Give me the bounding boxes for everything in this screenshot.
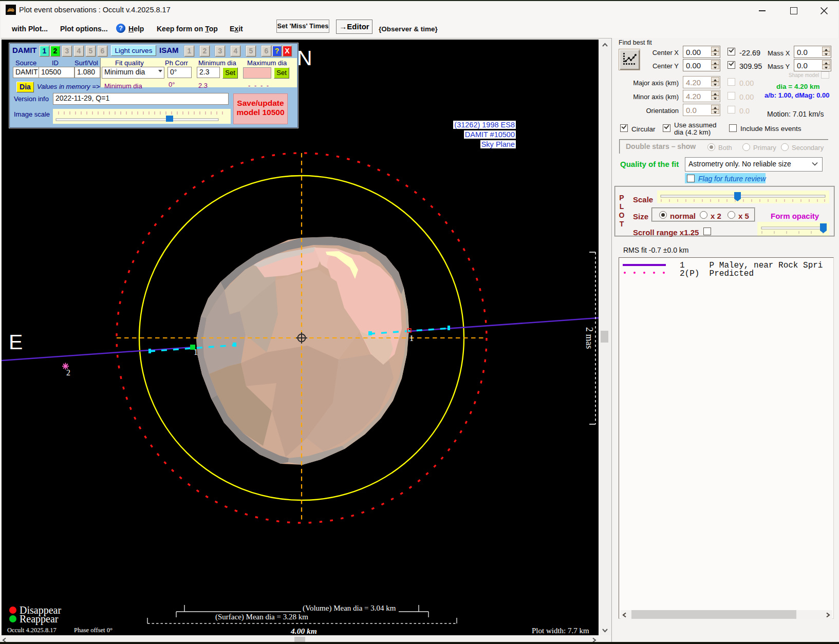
svg-text:E: E <box>9 330 23 354</box>
svg-text:1: 1 <box>409 334 414 343</box>
svg-text:4.00 km: 4.00 km <box>290 627 317 635</box>
svg-text:Phase offset 0°: Phase offset 0° <box>74 627 113 634</box>
svg-text:1: 1 <box>194 348 198 356</box>
svg-text:Occult 4.2025.8.17: Occult 4.2025.8.17 <box>7 627 57 634</box>
svg-text:(Surface) Mean dia = 3.28 km: (Surface) Mean dia = 3.28 km <box>215 613 308 621</box>
svg-text:Reappear: Reappear <box>20 613 59 625</box>
svg-text:Plot width: 7.7 km: Plot width: 7.7 km <box>532 627 589 635</box>
svg-text:N: N <box>297 46 312 70</box>
svg-text:(Volume) Mean dia = 3.04 km: (Volume) Mean dia = 3.04 km <box>303 604 396 613</box>
svg-text:2 mas: 2 mas <box>584 327 594 349</box>
svg-text:2: 2 <box>66 368 70 377</box>
